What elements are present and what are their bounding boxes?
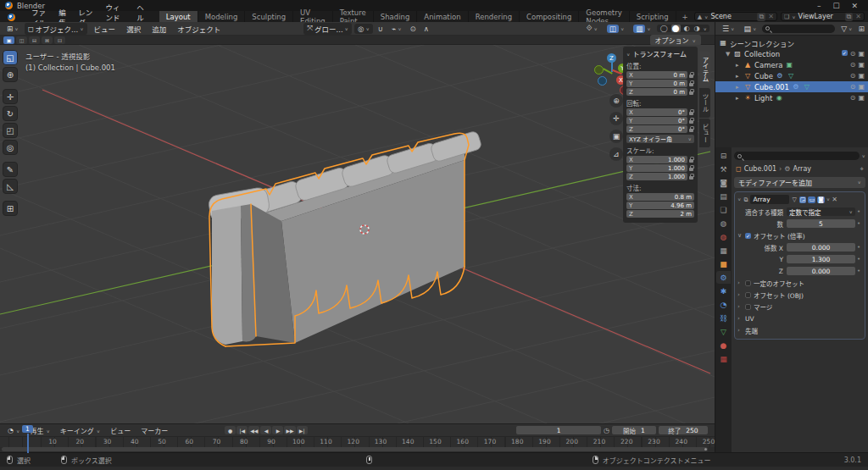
show-in-viewport-toggle[interactable]: ▭ [808, 196, 815, 203]
disable-render-icon[interactable]: ▣ [858, 94, 865, 102]
hide-viewport-icon[interactable]: ⊙ [850, 50, 856, 58]
tab-modeling[interactable]: Modeling [198, 11, 246, 22]
add-cube-tool[interactable]: ⊞ [3, 201, 18, 216]
show-gizmo-dropdown[interactable]: ⟐∨ [583, 23, 601, 34]
menu-add[interactable]: 追加 [147, 24, 170, 34]
select-mode-invert-button[interactable]: ⊠ [42, 36, 53, 44]
prev-keyframe-button[interactable]: ◀◀ [248, 426, 259, 434]
shading-wireframe-button[interactable]: ◯ [659, 25, 669, 32]
perspective-toggle-icon[interactable]: ⊿ [609, 147, 623, 161]
tab-object[interactable]: ■ [716, 257, 731, 270]
tab-layout[interactable]: Layout [159, 11, 198, 22]
collapse-icon[interactable]: ∨ [737, 197, 741, 202]
merge-section[interactable]: › マージ [737, 301, 862, 312]
play-reverse-button[interactable]: ◀ [260, 426, 271, 434]
add-workspace-button[interactable]: + [676, 11, 694, 22]
expand-arrow-icon[interactable]: ▸ [736, 95, 741, 102]
select-box-tool[interactable]: ◱ [3, 50, 18, 65]
tab-render[interactable]: ◙ [716, 176, 731, 189]
playhead[interactable] [27, 434, 29, 453]
location-z-field[interactable]: Z0 m [626, 88, 687, 96]
collapse-icon[interactable]: ∨ [626, 52, 630, 57]
rotation-z-field[interactable]: Z0° [626, 125, 687, 133]
timeline-menu-view[interactable]: ビュー [106, 426, 135, 435]
show-on-cage-toggle[interactable]: ▽ [791, 196, 797, 203]
close-button[interactable]: ✕ [851, 2, 858, 10]
gizmo-z-axis[interactable]: Z [607, 53, 616, 63]
hide-viewport-icon[interactable]: ⊙ [850, 72, 856, 80]
expand-arrow-icon[interactable]: ▼ [726, 51, 731, 58]
shading-rendered-button[interactable]: ◑ [693, 25, 701, 32]
blender-app-menu[interactable] [0, 13, 25, 21]
expand-arrow-icon[interactable]: ▸ [736, 73, 741, 80]
xray-dropdown[interactable]: ▥∨ [630, 24, 654, 34]
properties-search-input[interactable] [734, 152, 860, 160]
factor-x-field[interactable]: 0.000 [787, 243, 855, 252]
disable-render-icon[interactable]: ▣ [858, 83, 865, 91]
timeline-editor-type-button[interactable]: ◔∨ [3, 427, 24, 434]
sidebar-tab-view[interactable]: ビュー [699, 119, 710, 148]
tab-material[interactable]: ● [716, 339, 731, 351]
outliner-row-light[interactable]: ▸ ☀ Light ◉ ⊙▣ [715, 92, 868, 103]
lock-icon[interactable] [689, 118, 694, 124]
viewlayer-selector[interactable]: ❏ ∨ ViewLayer ⧉ ✕ [781, 12, 865, 21]
merge-checkbox[interactable] [745, 304, 751, 310]
tab-shading[interactable]: Shading [374, 11, 418, 22]
rotation-mode-dropdown[interactable]: XYZ オイラー角∨ [626, 135, 694, 143]
tab-view-layer[interactable]: ❏ [716, 203, 731, 216]
lock-icon[interactable] [689, 126, 694, 132]
gizmo-neg-y-axis[interactable] [598, 76, 607, 86]
lock-icon[interactable] [689, 165, 694, 171]
sidebar-tab-tool[interactable]: ツール [699, 88, 710, 118]
tab-geometry-nodes[interactable]: Geometry Nodes [579, 11, 629, 22]
minimize-button[interactable]: – [817, 2, 821, 10]
scale-y-field[interactable]: Y1.000 [626, 164, 687, 172]
measure-tool[interactable]: ◺ [3, 179, 18, 194]
scale-z-field[interactable]: Z1.000 [626, 173, 687, 180]
caps-section[interactable]: › 先端 [737, 325, 862, 335]
transform-orientation-dropdown[interactable]: ⤧グロー...∨ [303, 23, 352, 35]
select-mode-subtract-button[interactable]: ⊟ [29, 36, 40, 44]
lock-icon[interactable] [689, 72, 694, 78]
disable-render-icon[interactable]: ▣ [858, 50, 865, 58]
3d-viewport[interactable]: ユーザー - 透視投影 (1) Collection | Cube.001 ◱ … [0, 45, 715, 423]
camera-view-icon[interactable]: ▣ [609, 130, 623, 143]
tab-collection[interactable]: ▦ [716, 244, 731, 257]
tab-compositing[interactable]: Compositing [520, 11, 579, 22]
move-tool[interactable]: ✛ [3, 89, 18, 104]
disable-render-icon[interactable]: ▣ [858, 61, 865, 69]
dimensions-z-field[interactable]: Z2 m [626, 210, 694, 218]
outliner-row-cube001[interactable]: ▸ ▽ Cube.001 ⚙ ▽ ⊙▣ [715, 81, 868, 92]
breadcrumb-modifier[interactable]: Array [793, 165, 811, 173]
current-frame-indicator[interactable]: 1 [22, 425, 33, 433]
shading-solid-button[interactable]: ⬤ [671, 25, 681, 32]
jump-to-end-button[interactable]: ▶| [297, 426, 308, 434]
tab-tool[interactable]: ⚒ [716, 163, 731, 175]
menu-select[interactable]: 選択 [122, 24, 145, 34]
frame-start-field[interactable]: 開始1 [612, 426, 656, 434]
location-x-field[interactable]: X0 m [626, 71, 687, 79]
tab-output[interactable]: ▤ [716, 190, 731, 202]
annotate-tool[interactable]: ✎ [3, 162, 18, 177]
count-field[interactable]: 5 [787, 219, 855, 228]
lock-icon[interactable] [689, 89, 694, 95]
fit-type-dropdown[interactable]: 定数で指定∨ [787, 207, 855, 216]
cursor-tool[interactable]: ⊕ [3, 67, 18, 82]
tab-sculpting[interactable]: Sculpting [245, 11, 293, 22]
tab-constraints[interactable]: ⛓ [716, 312, 731, 324]
timeline-menu-marker[interactable]: マーカー [136, 426, 172, 435]
pin-icon[interactable]: ⌖ [860, 165, 864, 174]
modifier-name-field[interactable]: Array [750, 195, 789, 204]
play-button[interactable]: ▶ [272, 426, 283, 434]
filter-dropdown[interactable]: ▽∨ [837, 24, 855, 34]
show-in-render-toggle[interactable]: ◙ [817, 196, 825, 203]
tab-physics[interactable]: ◔ [716, 298, 731, 311]
location-y-field[interactable]: Y0 m [626, 80, 687, 87]
maximize-button[interactable]: ☐ [832, 2, 839, 10]
dimensions-x-field[interactable]: X0.8 m [626, 193, 694, 201]
outliner-editor-type-button[interactable]: ☰∨ [719, 24, 737, 34]
new-scene-icon[interactable]: ⧉ [757, 13, 765, 21]
expand-arrow-icon[interactable]: ▸ [736, 84, 741, 91]
lock-icon[interactable] [689, 109, 694, 115]
tab-uv-editing[interactable]: UV Editing [293, 11, 333, 22]
